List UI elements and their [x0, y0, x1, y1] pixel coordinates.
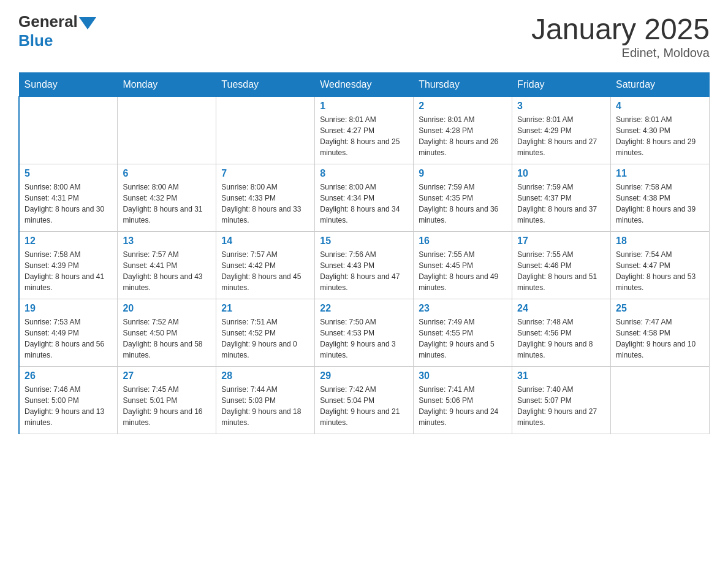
day-info: Sunrise: 7:55 AM Sunset: 4:46 PM Dayligh… — [517, 249, 605, 293]
calendar-cell: 27Sunrise: 7:45 AM Sunset: 5:01 PM Dayli… — [118, 367, 216, 434]
calendar-cell: 18Sunrise: 7:54 AM Sunset: 4:47 PM Dayli… — [611, 232, 710, 299]
day-number: 26 — [25, 370, 112, 381]
day-info: Sunrise: 7:42 AM Sunset: 5:04 PM Dayligh… — [320, 384, 408, 428]
day-number: 22 — [320, 303, 408, 314]
day-number: 15 — [320, 236, 408, 247]
day-info: Sunrise: 7:58 AM Sunset: 4:39 PM Dayligh… — [25, 249, 112, 293]
day-number: 14 — [221, 236, 309, 247]
day-number: 5 — [25, 168, 112, 179]
day-info: Sunrise: 8:00 AM Sunset: 4:33 PM Dayligh… — [221, 182, 309, 226]
day-number: 8 — [320, 168, 408, 179]
day-info: Sunrise: 8:01 AM Sunset: 4:29 PM Dayligh… — [517, 114, 605, 158]
week-row-1: 5Sunrise: 8:00 AM Sunset: 4:31 PM Daylig… — [19, 164, 710, 232]
calendar-cell: 2Sunrise: 8:01 AM Sunset: 4:28 PM Daylig… — [414, 97, 512, 164]
day-info: Sunrise: 8:01 AM Sunset: 4:27 PM Dayligh… — [320, 114, 408, 158]
day-info: Sunrise: 7:52 AM Sunset: 4:50 PM Dayligh… — [123, 316, 211, 361]
day-info: Sunrise: 8:00 AM Sunset: 4:31 PM Dayligh… — [25, 182, 112, 226]
calendar-cell: 6Sunrise: 8:00 AM Sunset: 4:32 PM Daylig… — [118, 164, 216, 232]
week-row-0: 1Sunrise: 8:01 AM Sunset: 4:27 PM Daylig… — [19, 97, 710, 164]
calendar-cell: 17Sunrise: 7:55 AM Sunset: 4:46 PM Dayli… — [512, 232, 611, 299]
day-number: 18 — [616, 236, 704, 247]
day-info: Sunrise: 7:50 AM Sunset: 4:53 PM Dayligh… — [320, 316, 408, 361]
day-number: 31 — [517, 370, 605, 381]
page-header: General Blue January 2025 Edinet, Moldov… — [18, 12, 710, 60]
calendar-cell: 11Sunrise: 7:58 AM Sunset: 4:38 PM Dayli… — [611, 164, 710, 232]
calendar-cell: 21Sunrise: 7:51 AM Sunset: 4:52 PM Dayli… — [216, 299, 315, 367]
calendar-subtitle: Edinet, Moldova — [531, 46, 710, 60]
day-info: Sunrise: 7:51 AM Sunset: 4:52 PM Dayligh… — [221, 316, 309, 361]
week-row-2: 12Sunrise: 7:58 AM Sunset: 4:39 PM Dayli… — [19, 232, 710, 299]
day-info: Sunrise: 7:44 AM Sunset: 5:03 PM Dayligh… — [221, 384, 309, 428]
calendar-cell: 8Sunrise: 8:00 AM Sunset: 4:34 PM Daylig… — [315, 164, 414, 232]
weekday-header-row: SundayMondayTuesdayWednesdayThursdayFrid… — [19, 73, 710, 97]
calendar-cell: 30Sunrise: 7:41 AM Sunset: 5:06 PM Dayli… — [414, 367, 512, 434]
day-info: Sunrise: 7:40 AM Sunset: 5:07 PM Dayligh… — [517, 384, 605, 428]
day-number: 27 — [123, 370, 211, 381]
calendar-cell: 31Sunrise: 7:40 AM Sunset: 5:07 PM Dayli… — [512, 367, 611, 434]
day-info: Sunrise: 8:01 AM Sunset: 4:30 PM Dayligh… — [616, 114, 704, 158]
calendar-cell: 19Sunrise: 7:53 AM Sunset: 4:49 PM Dayli… — [19, 299, 118, 367]
day-number: 20 — [123, 303, 211, 314]
day-number: 25 — [616, 303, 704, 314]
logo: General Blue — [18, 12, 96, 50]
day-number: 21 — [221, 303, 309, 314]
calendar-table: SundayMondayTuesdayWednesdayThursdayFrid… — [18, 72, 710, 434]
day-info: Sunrise: 7:53 AM Sunset: 4:49 PM Dayligh… — [25, 316, 112, 361]
calendar-cell: 16Sunrise: 7:55 AM Sunset: 4:45 PM Dayli… — [414, 232, 512, 299]
calendar-cell: 12Sunrise: 7:58 AM Sunset: 4:39 PM Dayli… — [19, 232, 118, 299]
day-info: Sunrise: 8:00 AM Sunset: 4:34 PM Dayligh… — [320, 182, 408, 226]
day-number: 3 — [517, 101, 605, 112]
day-number: 12 — [25, 236, 112, 247]
day-number: 9 — [419, 168, 507, 179]
logo-triangle-icon — [79, 17, 96, 29]
week-row-3: 19Sunrise: 7:53 AM Sunset: 4:49 PM Dayli… — [19, 299, 710, 367]
day-number: 24 — [517, 303, 605, 314]
day-number: 4 — [616, 101, 704, 112]
day-info: Sunrise: 7:59 AM Sunset: 4:35 PM Dayligh… — [419, 182, 507, 226]
day-info: Sunrise: 7:45 AM Sunset: 5:01 PM Dayligh… — [123, 384, 211, 428]
day-info: Sunrise: 7:58 AM Sunset: 4:38 PM Dayligh… — [616, 182, 704, 226]
logo-blue: Blue — [18, 31, 96, 50]
calendar-cell: 20Sunrise: 7:52 AM Sunset: 4:50 PM Dayli… — [118, 299, 216, 367]
weekday-header-friday: Friday — [512, 73, 611, 97]
calendar-header: SundayMondayTuesdayWednesdayThursdayFrid… — [19, 73, 710, 97]
weekday-header-sunday: Sunday — [19, 73, 118, 97]
day-number: 28 — [221, 370, 309, 381]
weekday-header-monday: Monday — [118, 73, 216, 97]
calendar-body: 1Sunrise: 8:01 AM Sunset: 4:27 PM Daylig… — [19, 97, 710, 434]
day-number: 23 — [419, 303, 507, 314]
calendar-cell: 3Sunrise: 8:01 AM Sunset: 4:29 PM Daylig… — [512, 97, 611, 164]
title-section: January 2025 Edinet, Moldova — [531, 12, 710, 60]
day-number: 16 — [419, 236, 507, 247]
calendar-cell: 22Sunrise: 7:50 AM Sunset: 4:53 PM Dayli… — [315, 299, 414, 367]
calendar-cell: 10Sunrise: 7:59 AM Sunset: 4:37 PM Dayli… — [512, 164, 611, 232]
day-number: 19 — [25, 303, 112, 314]
calendar-cell — [118, 97, 216, 164]
week-row-4: 26Sunrise: 7:46 AM Sunset: 5:00 PM Dayli… — [19, 367, 710, 434]
calendar-cell: 4Sunrise: 8:01 AM Sunset: 4:30 PM Daylig… — [611, 97, 710, 164]
day-number: 7 — [221, 168, 309, 179]
calendar-cell — [611, 367, 710, 434]
weekday-header-saturday: Saturday — [611, 73, 710, 97]
day-info: Sunrise: 7:57 AM Sunset: 4:41 PM Dayligh… — [123, 249, 211, 293]
calendar-cell: 28Sunrise: 7:44 AM Sunset: 5:03 PM Dayli… — [216, 367, 315, 434]
calendar-cell: 25Sunrise: 7:47 AM Sunset: 4:58 PM Dayli… — [611, 299, 710, 367]
calendar-cell — [216, 97, 315, 164]
day-number: 10 — [517, 168, 605, 179]
calendar-cell: 1Sunrise: 8:01 AM Sunset: 4:27 PM Daylig… — [315, 97, 414, 164]
calendar-cell: 24Sunrise: 7:48 AM Sunset: 4:56 PM Dayli… — [512, 299, 611, 367]
calendar-cell: 5Sunrise: 8:00 AM Sunset: 4:31 PM Daylig… — [19, 164, 118, 232]
calendar-cell: 13Sunrise: 7:57 AM Sunset: 4:41 PM Dayli… — [118, 232, 216, 299]
calendar-cell: 7Sunrise: 8:00 AM Sunset: 4:33 PM Daylig… — [216, 164, 315, 232]
day-info: Sunrise: 7:46 AM Sunset: 5:00 PM Dayligh… — [25, 384, 112, 428]
calendar-cell: 14Sunrise: 7:57 AM Sunset: 4:42 PM Dayli… — [216, 232, 315, 299]
day-info: Sunrise: 7:54 AM Sunset: 4:47 PM Dayligh… — [616, 249, 704, 293]
calendar-cell: 15Sunrise: 7:56 AM Sunset: 4:43 PM Dayli… — [315, 232, 414, 299]
day-number: 29 — [320, 370, 408, 381]
day-number: 2 — [419, 101, 507, 112]
day-info: Sunrise: 7:47 AM Sunset: 4:58 PM Dayligh… — [616, 316, 704, 361]
day-info: Sunrise: 7:59 AM Sunset: 4:37 PM Dayligh… — [517, 182, 605, 226]
day-info: Sunrise: 7:57 AM Sunset: 4:42 PM Dayligh… — [221, 249, 309, 293]
day-info: Sunrise: 7:49 AM Sunset: 4:55 PM Dayligh… — [419, 316, 507, 361]
weekday-header-wednesday: Wednesday — [315, 73, 414, 97]
